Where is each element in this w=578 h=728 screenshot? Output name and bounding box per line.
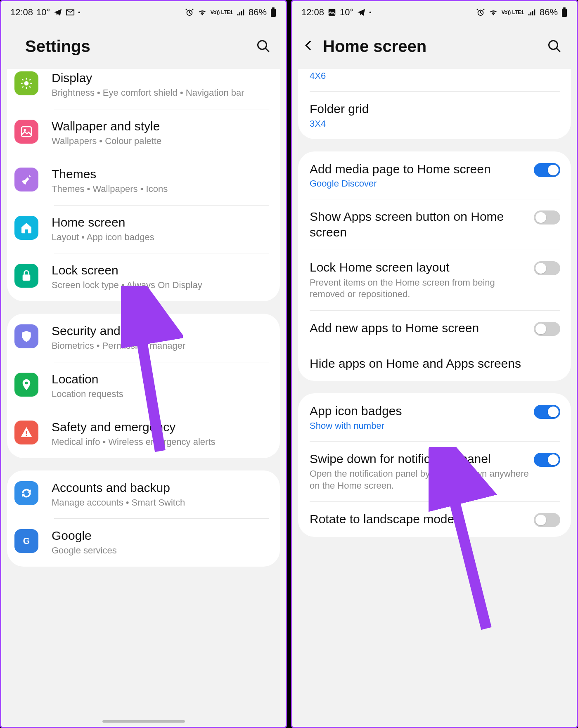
- toggle[interactable]: [534, 210, 560, 225]
- pin-icon: [14, 373, 38, 397]
- item-title: Themes: [52, 167, 269, 182]
- sync-icon: [14, 481, 38, 505]
- shield-icon: [14, 324, 38, 348]
- page-title: Home screen: [323, 37, 546, 56]
- page-title: Settings: [25, 37, 255, 56]
- back-button[interactable]: [302, 39, 315, 54]
- battery-text: 86%: [540, 7, 558, 18]
- item-subtitle: Location requests: [52, 388, 269, 400]
- alarm-icon: [476, 8, 485, 17]
- svg-rect-10: [26, 435, 27, 436]
- item-title: Home screen: [52, 215, 269, 230]
- sun-icon: [14, 71, 38, 95]
- search-button[interactable]: [255, 38, 272, 54]
- search-button[interactable]: [546, 38, 563, 54]
- setting-value: 3X4: [310, 118, 555, 129]
- google-icon: G: [14, 529, 38, 553]
- setting-title: Add media page to Home screen: [310, 161, 522, 177]
- battery-icon: [270, 7, 277, 17]
- setting-title: Lock Home screen layout: [310, 260, 529, 275]
- home-screen-settings: 12:08 10° • Vo)) LTE1 86% Home screen 4X…: [291, 0, 578, 728]
- image-icon: [14, 120, 38, 144]
- settings-list[interactable]: DisplayBrightness • Eye comfort shield •…: [1, 69, 286, 727]
- setting-title: Rotate to landscape mode: [310, 511, 529, 527]
- toggle[interactable]: [534, 513, 560, 527]
- item-subtitle: Screen lock type • Always On Display: [52, 279, 269, 291]
- wifi-icon: [488, 8, 498, 17]
- setting-mediapage[interactable]: Add media page to Home screenGoogle Disc…: [298, 151, 571, 199]
- svg-rect-5: [21, 127, 31, 137]
- setting-title: Add new apps to Home screen: [310, 320, 529, 336]
- settings-item-security[interactable]: Security and privacyBiometrics • Permiss…: [7, 314, 280, 362]
- alarm-icon: [185, 8, 194, 17]
- volte-icon: Vo)) LTE1: [211, 10, 233, 15]
- status-dot: •: [78, 9, 80, 16]
- setting-rotate[interactable]: Rotate to landscape mode: [298, 501, 571, 537]
- item-title: Accounts and backup: [52, 480, 269, 495]
- item-subtitle: Themes • Wallpapers • Icons: [52, 183, 269, 195]
- item-subtitle: Layout • App icon badges: [52, 232, 269, 243]
- setting-hideapps[interactable]: Hide apps on Home and Apps screens: [298, 346, 571, 381]
- toggle[interactable]: [534, 163, 560, 177]
- setting-locklayout[interactable]: Lock Home screen layoutPrevent items on …: [298, 250, 571, 310]
- volte-icon: Vo)) LTE1: [502, 10, 524, 15]
- settings-item-accounts[interactable]: Accounts and backupManage accounts • Sma…: [7, 470, 280, 519]
- settings-item-location[interactable]: LocationLocation requests: [7, 362, 280, 410]
- toggle[interactable]: [534, 453, 560, 467]
- svg-rect-1: [271, 9, 276, 17]
- item-subtitle: Biometrics • Permission manager: [52, 340, 269, 352]
- settings-item-display[interactable]: DisplayBrightness • Eye comfort shield •…: [7, 69, 280, 109]
- setting-badges[interactable]: App icon badgesShow with number: [298, 393, 571, 441]
- setting-addnew[interactable]: Add new apps to Home screen: [298, 310, 571, 346]
- item-title: Location: [52, 372, 269, 387]
- setting-subtitle: Open the notification panel by swiping d…: [310, 468, 529, 492]
- status-dot: •: [369, 9, 371, 16]
- svg-rect-15: [563, 7, 566, 9]
- screenshot-icon: [327, 8, 336, 17]
- svg-rect-9: [26, 431, 27, 434]
- toggle[interactable]: [534, 405, 560, 419]
- brush-icon: [14, 168, 38, 191]
- statusbar: 12:08 10° • Vo)) LTE1 86%: [1, 1, 286, 24]
- item-title: Security and privacy: [52, 324, 269, 338]
- settings-item-home[interactable]: Home screenLayout • App icon badges: [7, 205, 280, 253]
- svg-rect-7: [23, 275, 31, 281]
- home-icon: [14, 216, 38, 240]
- settings-item-safety[interactable]: Safety and emergencyMedical info • Wirel…: [7, 410, 280, 458]
- setting-title: Hide apps on Home and Apps screens: [310, 356, 555, 371]
- setting-title: Show Apps screen button on Home screen: [310, 209, 529, 240]
- svg-point-16: [549, 41, 558, 50]
- titlebar: Settings: [1, 24, 286, 69]
- svg-point-4: [24, 81, 29, 86]
- item-subtitle: Brightness • Eye comfort shield • Naviga…: [52, 87, 269, 99]
- settings-item-wallpaper[interactable]: Wallpaper and styleWallpapers • Colour p…: [7, 109, 280, 157]
- setting-value: Google Discover: [310, 178, 522, 189]
- toggle[interactable]: [534, 261, 560, 275]
- telegram-icon: [53, 8, 62, 17]
- setting-title: App icon badges: [310, 403, 522, 419]
- settings-screen: 12:08 10° • Vo)) LTE1 86% Settings Displ…: [0, 0, 287, 728]
- item-title: Google: [52, 528, 269, 543]
- settings-item-lock[interactable]: Lock screenScreen lock type • Always On …: [7, 253, 280, 301]
- settings-item-themes[interactable]: ThemesThemes • Wallpapers • Icons: [7, 157, 280, 205]
- divider: [527, 403, 527, 431]
- titlebar: Home screen: [292, 24, 577, 69]
- status-time: 12:08: [301, 7, 324, 18]
- settings-item-google[interactable]: GGoogleGoogle services: [7, 518, 280, 567]
- item-subtitle: Wallpapers • Colour palette: [52, 135, 269, 147]
- item-title: Safety and emergency: [52, 420, 269, 435]
- setting-title: Swipe down for notification panel: [310, 451, 529, 467]
- setting-title: Folder grid: [310, 101, 555, 117]
- item-subtitle: Manage accounts • Smart Switch: [52, 497, 269, 509]
- setting-value: Show with number: [310, 421, 522, 431]
- gesture-bar[interactable]: [102, 720, 185, 723]
- settings-list[interactable]: 4X6Folder grid3X4Add media page to Home …: [292, 69, 577, 727]
- wifi-icon: [197, 8, 207, 17]
- svg-point-3: [258, 41, 267, 50]
- item-subtitle: Medical info • Wireless emergency alerts: [52, 436, 269, 448]
- setting-appsbtn[interactable]: Show Apps screen button on Home screen: [298, 199, 571, 250]
- setting-appsgrid[interactable]: 4X6: [298, 69, 571, 91]
- setting-foldergrid[interactable]: Folder grid3X4: [298, 91, 571, 139]
- setting-swipedown[interactable]: Swipe down for notification panelOpen th…: [298, 441, 571, 502]
- toggle[interactable]: [534, 322, 560, 336]
